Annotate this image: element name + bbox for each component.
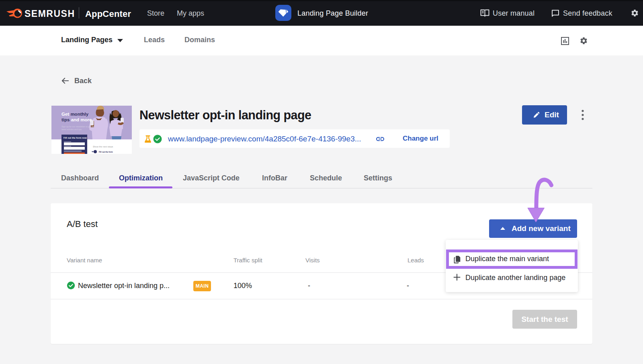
svg-text:Sign up for our newsletter to: Sign up for our newsletter to get the: [61, 125, 94, 128]
svg-text:Fill out the form: Fill out the form: [99, 151, 113, 153]
svg-text:Show the next steps: Show the next steps: [93, 145, 113, 148]
svg-text:Fill out the form now: Fill out the form now: [63, 137, 87, 139]
svg-text:Get monthly: Get monthly: [61, 112, 89, 117]
svg-text:tips and more: tips and more: [61, 117, 92, 122]
svg-text:latest articles and tips.: latest articles and tips.: [61, 128, 82, 131]
